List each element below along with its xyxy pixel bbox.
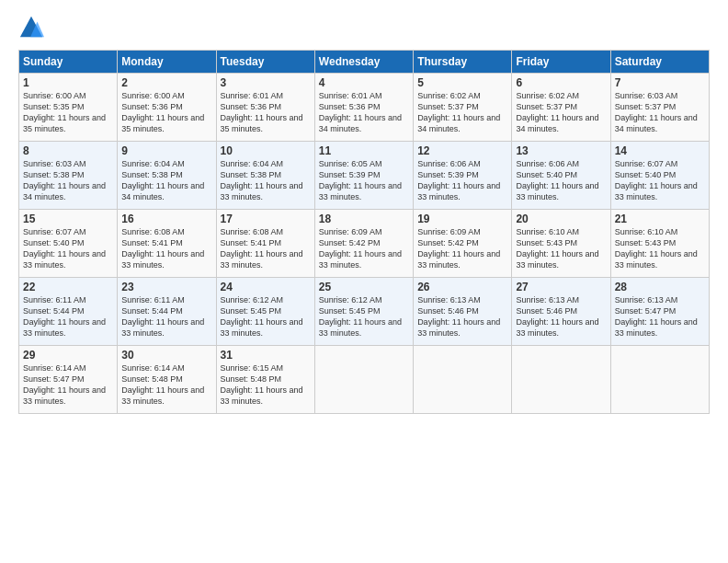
cell-content: Sunrise: 6:08 AMSunset: 5:41 PMDaylight:…: [121, 227, 204, 270]
cell-content: Sunrise: 6:15 AMSunset: 5:48 PMDaylight:…: [221, 363, 303, 406]
cell-content: Sunrise: 6:13 AMSunset: 5:46 PMDaylight:…: [417, 295, 500, 338]
day-header-thursday: Thursday: [414, 51, 512, 74]
day-number: 3: [221, 76, 311, 89]
calendar-cell: 6Sunrise: 6:02 AMSunset: 5:37 PMDaylight…: [512, 74, 610, 142]
day-header-sunday: Sunday: [19, 51, 118, 74]
calendar-cell: 21Sunrise: 6:10 AMSunset: 5:43 PMDayligh…: [610, 210, 709, 278]
calendar-cell: 16Sunrise: 6:08 AMSunset: 5:41 PMDayligh…: [118, 210, 216, 278]
day-number: 2: [121, 76, 211, 89]
day-number: 1: [23, 76, 113, 89]
week-row-3: 22Sunrise: 6:11 AMSunset: 5:44 PMDayligh…: [19, 278, 710, 346]
day-header-monday: Monday: [118, 51, 216, 74]
cell-content: Sunrise: 6:08 AMSunset: 5:41 PMDaylight:…: [221, 227, 303, 270]
cell-content: Sunrise: 6:06 AMSunset: 5:40 PMDaylight:…: [516, 159, 598, 201]
calendar-cell: 30Sunrise: 6:14 AMSunset: 5:48 PMDayligh…: [118, 346, 216, 414]
day-number: 15: [23, 213, 113, 225]
day-header-wednesday: Wednesday: [314, 51, 413, 74]
calendar-body: 1Sunrise: 6:00 AMSunset: 5:35 PMDaylight…: [19, 74, 710, 414]
cell-content: Sunrise: 6:03 AMSunset: 5:37 PMDaylight:…: [615, 91, 698, 133]
cell-content: Sunrise: 6:04 AMSunset: 5:38 PMDaylight:…: [221, 159, 303, 201]
cell-content: Sunrise: 6:11 AMSunset: 5:44 PMDaylight:…: [23, 295, 106, 338]
day-header-saturday: Saturday: [610, 51, 709, 74]
day-number: 25: [319, 281, 409, 293]
cell-content: Sunrise: 6:02 AMSunset: 5:37 PMDaylight:…: [516, 91, 598, 133]
day-number: 17: [221, 213, 311, 225]
calendar-cell: 7Sunrise: 6:03 AMSunset: 5:37 PMDaylight…: [610, 74, 709, 142]
day-number: 5: [417, 76, 507, 89]
calendar-cell: [512, 346, 610, 414]
calendar-cell: 27Sunrise: 6:13 AMSunset: 5:46 PMDayligh…: [512, 278, 610, 346]
calendar-cell: 2Sunrise: 6:00 AMSunset: 5:36 PMDaylight…: [118, 74, 216, 142]
header: [18, 15, 710, 40]
cell-content: Sunrise: 6:14 AMSunset: 5:47 PMDaylight:…: [23, 363, 106, 406]
day-number: 8: [23, 144, 113, 157]
week-row-2: 15Sunrise: 6:07 AMSunset: 5:40 PMDayligh…: [19, 210, 710, 278]
calendar-cell: 19Sunrise: 6:09 AMSunset: 5:42 PMDayligh…: [414, 210, 512, 278]
day-number: 26: [417, 281, 507, 293]
cell-content: Sunrise: 6:00 AMSunset: 5:35 PMDaylight:…: [23, 91, 106, 133]
calendar-cell: 8Sunrise: 6:03 AMSunset: 5:38 PMDaylight…: [19, 142, 118, 210]
day-number: 23: [121, 281, 211, 293]
week-row-4: 29Sunrise: 6:14 AMSunset: 5:47 PMDayligh…: [19, 346, 710, 414]
day-number: 30: [121, 349, 211, 362]
calendar-cell: 11Sunrise: 6:05 AMSunset: 5:39 PMDayligh…: [314, 142, 413, 210]
calendar-cell: 29Sunrise: 6:14 AMSunset: 5:47 PMDayligh…: [19, 346, 118, 414]
day-number: 9: [121, 144, 211, 157]
day-number: 18: [319, 213, 409, 225]
day-number: 4: [319, 76, 409, 89]
calendar-cell: 31Sunrise: 6:15 AMSunset: 5:48 PMDayligh…: [216, 346, 314, 414]
cell-content: Sunrise: 6:07 AMSunset: 5:40 PMDaylight:…: [23, 227, 106, 270]
day-number: 11: [319, 144, 409, 157]
week-row-1: 8Sunrise: 6:03 AMSunset: 5:38 PMDaylight…: [19, 142, 710, 210]
day-number: 19: [417, 213, 507, 225]
calendar-cell: 13Sunrise: 6:06 AMSunset: 5:40 PMDayligh…: [512, 142, 610, 210]
cell-content: Sunrise: 6:13 AMSunset: 5:47 PMDaylight:…: [615, 295, 698, 338]
cell-content: Sunrise: 6:00 AMSunset: 5:36 PMDaylight:…: [121, 91, 204, 133]
day-number: 6: [516, 76, 606, 89]
cell-content: Sunrise: 6:13 AMSunset: 5:46 PMDaylight:…: [516, 295, 598, 338]
day-number: 22: [23, 281, 113, 293]
cell-content: Sunrise: 6:02 AMSunset: 5:37 PMDaylight:…: [417, 91, 500, 133]
week-row-0: 1Sunrise: 6:00 AMSunset: 5:35 PMDaylight…: [19, 74, 710, 142]
page: SundayMondayTuesdayWednesdayThursdayFrid…: [0, 0, 728, 563]
cell-content: Sunrise: 6:12 AMSunset: 5:45 PMDaylight:…: [221, 295, 303, 338]
day-number: 12: [417, 144, 507, 157]
calendar-cell: 15Sunrise: 6:07 AMSunset: 5:40 PMDayligh…: [19, 210, 118, 278]
day-header-tuesday: Tuesday: [216, 51, 314, 74]
day-number: 28: [615, 281, 705, 293]
day-number: 29: [23, 349, 113, 362]
day-number: 10: [221, 144, 311, 157]
logo: [18, 15, 48, 40]
calendar-cell: 23Sunrise: 6:11 AMSunset: 5:44 PMDayligh…: [118, 278, 216, 346]
day-number: 16: [121, 213, 211, 225]
cell-content: Sunrise: 6:04 AMSunset: 5:38 PMDaylight:…: [121, 159, 204, 201]
cell-content: Sunrise: 6:05 AMSunset: 5:39 PMDaylight:…: [319, 159, 402, 201]
calendar-cell: 4Sunrise: 6:01 AMSunset: 5:36 PMDaylight…: [314, 74, 413, 142]
calendar-cell: [610, 346, 709, 414]
cell-content: Sunrise: 6:06 AMSunset: 5:39 PMDaylight:…: [417, 159, 500, 201]
calendar-table: SundayMondayTuesdayWednesdayThursdayFrid…: [18, 50, 710, 414]
day-number: 13: [516, 144, 606, 157]
calendar-cell: [414, 346, 512, 414]
calendar-cell: 18Sunrise: 6:09 AMSunset: 5:42 PMDayligh…: [314, 210, 413, 278]
calendar-cell: 14Sunrise: 6:07 AMSunset: 5:40 PMDayligh…: [610, 142, 709, 210]
cell-content: Sunrise: 6:11 AMSunset: 5:44 PMDaylight:…: [121, 295, 204, 338]
calendar-cell: 20Sunrise: 6:10 AMSunset: 5:43 PMDayligh…: [512, 210, 610, 278]
calendar-header-row: SundayMondayTuesdayWednesdayThursdayFrid…: [19, 51, 710, 74]
calendar-cell: 12Sunrise: 6:06 AMSunset: 5:39 PMDayligh…: [414, 142, 512, 210]
cell-content: Sunrise: 6:14 AMSunset: 5:48 PMDaylight:…: [121, 363, 204, 406]
cell-content: Sunrise: 6:01 AMSunset: 5:36 PMDaylight:…: [221, 91, 303, 133]
day-number: 14: [615, 144, 705, 157]
cell-content: Sunrise: 6:10 AMSunset: 5:43 PMDaylight:…: [615, 227, 698, 270]
day-number: 20: [516, 213, 606, 225]
cell-content: Sunrise: 6:12 AMSunset: 5:45 PMDaylight:…: [319, 295, 402, 338]
calendar-cell: 28Sunrise: 6:13 AMSunset: 5:47 PMDayligh…: [610, 278, 709, 346]
cell-content: Sunrise: 6:09 AMSunset: 5:42 PMDaylight:…: [319, 227, 402, 270]
cell-content: Sunrise: 6:01 AMSunset: 5:36 PMDaylight:…: [319, 91, 402, 133]
day-number: 7: [615, 76, 705, 89]
calendar-cell: 5Sunrise: 6:02 AMSunset: 5:37 PMDaylight…: [414, 74, 512, 142]
calendar-cell: 10Sunrise: 6:04 AMSunset: 5:38 PMDayligh…: [216, 142, 314, 210]
calendar-cell: 22Sunrise: 6:11 AMSunset: 5:44 PMDayligh…: [19, 278, 118, 346]
calendar-cell: 1Sunrise: 6:00 AMSunset: 5:35 PMDaylight…: [19, 74, 118, 142]
day-number: 27: [516, 281, 606, 293]
